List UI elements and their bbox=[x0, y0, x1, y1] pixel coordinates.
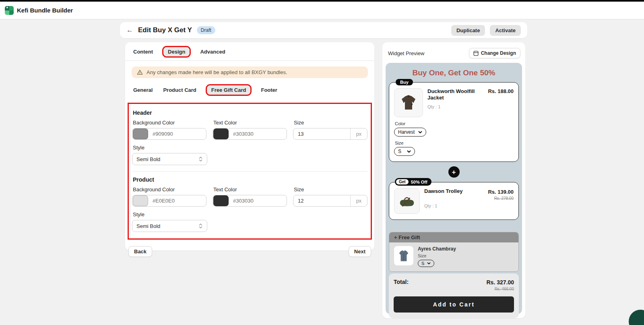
product-qty: Qty : 1 bbox=[424, 203, 514, 208]
header-size-unit: px bbox=[350, 128, 367, 139]
product-bg-color-label: Background Color bbox=[133, 186, 206, 193]
chevron-down-icon bbox=[427, 262, 431, 265]
product-settings-section: Product Background Color #E0E0E0 Text Co… bbox=[132, 176, 367, 232]
widget-title: Buy One, Get One 50% bbox=[389, 68, 519, 77]
product-price: Rs. 188.00 bbox=[488, 88, 514, 101]
help-chat-fab[interactable] bbox=[629, 310, 644, 325]
header-style-select[interactable]: Semi Bold bbox=[132, 153, 207, 165]
size-select[interactable]: S bbox=[394, 147, 415, 156]
editor-panel: Content Design Advanced Any changes made… bbox=[125, 42, 374, 250]
header-size-value[interactable]: 13 bbox=[293, 131, 303, 137]
color-option-label: Color bbox=[395, 121, 514, 126]
change-design-button[interactable]: Change Design bbox=[469, 48, 520, 58]
header-size-field[interactable]: 13 px bbox=[293, 128, 367, 140]
product-price: Rs. 139.00 bbox=[488, 189, 514, 195]
add-to-cart-button[interactable]: Add to Cart bbox=[394, 296, 514, 313]
product-size-unit: px bbox=[350, 195, 367, 206]
header-style-group: Style Semi Bold bbox=[132, 145, 207, 165]
widget-preview-panel: Widget Preview Change Design Buy One, Ge… bbox=[382, 42, 525, 318]
get-discount-badge: Get 50% Off bbox=[395, 178, 431, 186]
product-size-field[interactable]: 12 px bbox=[293, 195, 367, 207]
size-select-value: S bbox=[398, 149, 401, 154]
color-select-value: Harvest bbox=[398, 129, 415, 135]
widget-preview: Buy One, Get One 50% Buy Duckworth Woolf… bbox=[386, 63, 522, 314]
get-product-card: Get 50% Off Dawson Trolley Rs. 139.00 Rs… bbox=[389, 182, 519, 220]
header-bg-color-label: Background Color bbox=[133, 120, 206, 126]
header-bg-color-group: Background Color #909090 bbox=[132, 120, 206, 140]
product-style-select[interactable]: Semi Bold bbox=[132, 220, 207, 232]
header-text-color-swatch[interactable] bbox=[213, 128, 229, 139]
gift-size-label: Size bbox=[418, 253, 456, 258]
header-settings-section: Header Background Color #909090 Text Col… bbox=[132, 110, 367, 165]
product-bg-color-field[interactable]: #E0E0E0 bbox=[132, 195, 206, 207]
preview-panel-title: Widget Preview bbox=[388, 50, 424, 56]
wizard-nav: Back Next bbox=[128, 246, 371, 257]
back-arrow-icon[interactable]: ← bbox=[126, 26, 133, 34]
product-style-value: Semi Bold bbox=[136, 223, 160, 229]
tab-design[interactable]: Design bbox=[163, 47, 190, 56]
header-text-color-field[interactable]: #303030 bbox=[213, 128, 287, 140]
chevron-down-icon bbox=[407, 150, 411, 153]
back-button[interactable]: Back bbox=[128, 246, 152, 257]
subtab-footer[interactable]: Footer bbox=[261, 87, 277, 93]
tab-content[interactable]: Content bbox=[133, 49, 153, 55]
buy-product-card: Buy Duckworth Woolfill Jacket Rs. 188.00… bbox=[389, 82, 519, 162]
product-text-color-group: Text Color #303030 bbox=[213, 186, 287, 207]
free-gift-card: + Free Gift Ayres Chambray Size S bbox=[389, 232, 519, 272]
product-bg-color-swatch[interactable] bbox=[133, 195, 148, 206]
stepper-icon bbox=[198, 156, 203, 162]
product-text-color-field[interactable]: #303030 bbox=[213, 195, 287, 207]
chevron-down-icon bbox=[418, 131, 422, 134]
product-image-chambray bbox=[394, 246, 413, 265]
change-design-label: Change Design bbox=[481, 50, 516, 56]
section-title-product: Product bbox=[133, 176, 367, 183]
duplicate-button[interactable]: Duplicate bbox=[451, 25, 485, 36]
tab-bar: Content Design Advanced bbox=[125, 42, 374, 61]
page-header-card: ← Edit Buy X Get Y Draft Duplicate Activ… bbox=[120, 22, 527, 38]
header-bg-color-value[interactable]: #909090 bbox=[149, 131, 173, 137]
total-compare-value: Rs. 466.00 bbox=[487, 287, 514, 291]
layout-icon bbox=[473, 51, 479, 56]
header-size-group: Size 13 px bbox=[293, 120, 367, 140]
section-title-header: Header bbox=[133, 110, 367, 116]
product-text-color-value[interactable]: #303030 bbox=[229, 198, 254, 204]
product-name: Dawson Trolley bbox=[424, 188, 485, 201]
color-select[interactable]: Harvest bbox=[394, 128, 426, 137]
product-size-label: Size bbox=[294, 186, 367, 193]
total-label: Total: bbox=[394, 279, 409, 285]
status-badge: Draft bbox=[197, 26, 215, 34]
header-text-color-label: Text Color bbox=[213, 120, 286, 126]
stepper-icon bbox=[198, 223, 203, 229]
discount-text: 50% Off bbox=[411, 180, 427, 184]
subtab-general[interactable]: General bbox=[133, 87, 153, 93]
subtab-free-gift-card[interactable]: Free Gift Card bbox=[207, 85, 251, 95]
get-chip: Get bbox=[396, 179, 409, 184]
header-size-label: Size bbox=[294, 120, 367, 126]
header-bg-color-swatch[interactable] bbox=[133, 128, 148, 139]
product-image-jacket bbox=[394, 88, 423, 117]
header-text-color-group: Text Color #303030 bbox=[213, 120, 287, 140]
warning-banner: Any changes made here will be applied to… bbox=[132, 66, 368, 78]
gift-product-name: Ayres Chambray bbox=[418, 246, 456, 252]
product-text-color-swatch[interactable] bbox=[213, 195, 229, 206]
product-style-label: Style bbox=[133, 211, 206, 217]
tab-advanced[interactable]: Advanced bbox=[200, 49, 225, 55]
app-title: Kefi Bundle Builder bbox=[17, 7, 73, 14]
product-bg-color-group: Background Color #E0E0E0 bbox=[132, 186, 206, 207]
product-bg-color-value[interactable]: #E0E0E0 bbox=[149, 198, 175, 204]
header-text-color-value[interactable]: #303030 bbox=[229, 131, 254, 137]
design-subtab-bar: General Product Card Free Gift Card Foot… bbox=[125, 82, 374, 99]
activate-button[interactable]: Activate bbox=[490, 25, 521, 36]
product-compare-price: Rs. 278.00 bbox=[488, 196, 514, 201]
gift-size-select[interactable]: S bbox=[418, 260, 434, 267]
next-button[interactable]: Next bbox=[349, 246, 371, 257]
gift-size-value: S bbox=[421, 261, 424, 266]
page-title: Edit Buy X Get Y bbox=[138, 26, 192, 34]
buy-badge: Buy bbox=[396, 79, 413, 85]
header-bg-color-field[interactable]: #909090 bbox=[132, 128, 206, 140]
product-size-value[interactable]: 12 bbox=[293, 198, 303, 204]
subtab-product-card[interactable]: Product Card bbox=[163, 87, 196, 93]
header-style-label: Style bbox=[133, 145, 206, 151]
product-size-group: Size 12 px bbox=[293, 186, 367, 207]
plus-icon: + bbox=[448, 166, 460, 178]
